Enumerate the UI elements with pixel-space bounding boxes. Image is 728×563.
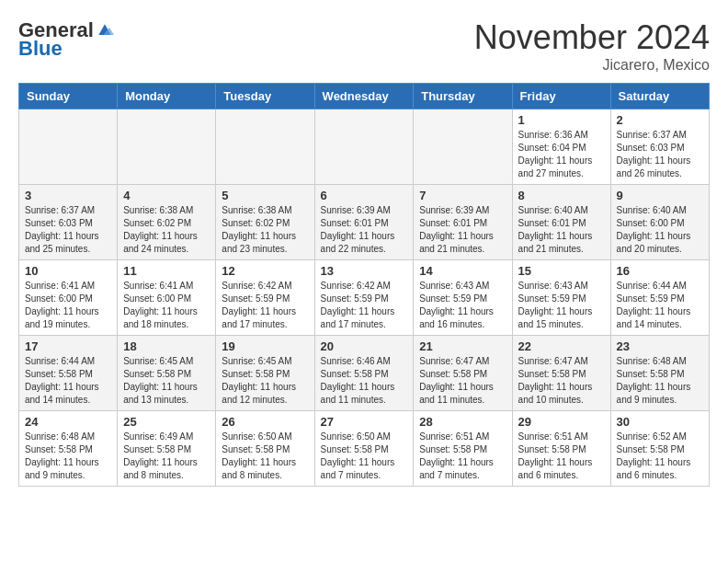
day-info: Sunrise: 6:47 AMSunset: 5:58 PMDaylight:… <box>419 355 506 407</box>
table-cell: 5Sunrise: 6:38 AMSunset: 6:02 PMDaylight… <box>216 185 314 260</box>
calendar-week-1: 1Sunrise: 6:36 AMSunset: 6:04 PMDaylight… <box>19 109 710 185</box>
day-number: 13 <box>321 264 408 278</box>
day-info: Sunrise: 6:49 AMSunset: 5:58 PMDaylight:… <box>123 431 210 482</box>
day-info: Sunrise: 6:47 AMSunset: 5:58 PMDaylight:… <box>518 355 605 407</box>
day-number: 28 <box>419 415 506 429</box>
day-number: 1 <box>518 113 605 127</box>
table-cell: 23Sunrise: 6:48 AMSunset: 5:58 PMDayligh… <box>610 336 709 411</box>
table-cell <box>118 109 216 185</box>
day-number: 12 <box>222 264 308 278</box>
day-number: 24 <box>25 415 111 429</box>
calendar-week-3: 10Sunrise: 6:41 AMSunset: 6:00 PMDayligh… <box>19 260 710 336</box>
calendar: Sunday Monday Tuesday Wednesday Thursday… <box>18 83 710 487</box>
day-info: Sunrise: 6:38 AMSunset: 6:02 PMDaylight:… <box>123 204 210 256</box>
table-cell <box>216 109 314 185</box>
day-info: Sunrise: 6:44 AMSunset: 5:58 PMDaylight:… <box>25 355 111 407</box>
table-cell: 8Sunrise: 6:40 AMSunset: 6:01 PMDaylight… <box>512 185 610 260</box>
table-cell: 18Sunrise: 6:45 AMSunset: 5:58 PMDayligh… <box>118 336 216 411</box>
table-cell: 3Sunrise: 6:37 AMSunset: 6:03 PMDaylight… <box>19 185 118 260</box>
day-number: 16 <box>617 264 703 278</box>
day-info: Sunrise: 6:48 AMSunset: 5:58 PMDaylight:… <box>617 355 703 407</box>
table-cell: 12Sunrise: 6:42 AMSunset: 5:59 PMDayligh… <box>216 260 314 336</box>
day-number: 2 <box>617 113 703 127</box>
day-info: Sunrise: 6:37 AMSunset: 6:03 PMDaylight:… <box>617 129 703 180</box>
day-info: Sunrise: 6:42 AMSunset: 5:59 PMDaylight:… <box>321 280 408 331</box>
table-cell: 19Sunrise: 6:45 AMSunset: 5:58 PMDayligh… <box>216 336 314 411</box>
day-number: 25 <box>123 415 210 429</box>
day-number: 23 <box>617 339 703 353</box>
day-number: 5 <box>222 189 308 202</box>
col-tuesday: Tuesday <box>216 84 314 109</box>
calendar-week-2: 3Sunrise: 6:37 AMSunset: 6:03 PMDaylight… <box>19 185 710 260</box>
day-info: Sunrise: 6:37 AMSunset: 6:03 PMDaylight:… <box>25 204 111 256</box>
day-number: 21 <box>419 339 506 353</box>
col-sunday: Sunday <box>19 84 118 109</box>
calendar-week-5: 24Sunrise: 6:48 AMSunset: 5:58 PMDayligh… <box>19 411 710 487</box>
day-number: 3 <box>25 189 111 202</box>
day-number: 10 <box>25 264 111 278</box>
day-number: 7 <box>419 189 506 202</box>
col-wednesday: Wednesday <box>314 84 414 109</box>
day-info: Sunrise: 6:45 AMSunset: 5:58 PMDaylight:… <box>222 355 308 407</box>
table-cell: 17Sunrise: 6:44 AMSunset: 5:58 PMDayligh… <box>19 336 118 411</box>
day-number: 18 <box>123 339 210 353</box>
table-cell: 28Sunrise: 6:51 AMSunset: 5:58 PMDayligh… <box>414 411 512 487</box>
table-cell: 13Sunrise: 6:42 AMSunset: 5:59 PMDayligh… <box>314 260 414 336</box>
table-cell: 11Sunrise: 6:41 AMSunset: 6:00 PMDayligh… <box>118 260 216 336</box>
title-section: November 2024 Jicarero, Mexico <box>474 18 710 74</box>
col-saturday: Saturday <box>610 84 709 109</box>
day-info: Sunrise: 6:51 AMSunset: 5:58 PMDaylight:… <box>518 431 605 482</box>
table-cell: 16Sunrise: 6:44 AMSunset: 5:59 PMDayligh… <box>610 260 709 336</box>
day-info: Sunrise: 6:38 AMSunset: 6:02 PMDaylight:… <box>222 204 308 256</box>
day-info: Sunrise: 6:52 AMSunset: 5:58 PMDaylight:… <box>617 431 703 482</box>
day-info: Sunrise: 6:46 AMSunset: 5:58 PMDaylight:… <box>321 355 408 407</box>
day-number: 4 <box>123 189 210 202</box>
day-info: Sunrise: 6:40 AMSunset: 6:00 PMDaylight:… <box>617 204 703 256</box>
day-number: 26 <box>222 415 308 429</box>
location: Jicarero, Mexico <box>474 57 710 74</box>
table-cell: 30Sunrise: 6:52 AMSunset: 5:58 PMDayligh… <box>610 411 709 487</box>
col-friday: Friday <box>512 84 610 109</box>
calendar-week-4: 17Sunrise: 6:44 AMSunset: 5:58 PMDayligh… <box>19 336 710 411</box>
day-number: 19 <box>222 339 308 353</box>
day-info: Sunrise: 6:44 AMSunset: 5:59 PMDaylight:… <box>617 280 703 331</box>
table-cell: 26Sunrise: 6:50 AMSunset: 5:58 PMDayligh… <box>216 411 314 487</box>
day-number: 15 <box>518 264 605 278</box>
table-cell: 29Sunrise: 6:51 AMSunset: 5:58 PMDayligh… <box>512 411 610 487</box>
table-cell: 25Sunrise: 6:49 AMSunset: 5:58 PMDayligh… <box>118 411 216 487</box>
day-number: 22 <box>518 339 605 353</box>
table-cell <box>19 109 118 185</box>
table-cell <box>314 109 414 185</box>
table-cell: 7Sunrise: 6:39 AMSunset: 6:01 PMDaylight… <box>414 185 512 260</box>
day-info: Sunrise: 6:41 AMSunset: 6:00 PMDaylight:… <box>123 280 210 331</box>
page-header: General Blue November 2024 Jicarero, Mex… <box>18 18 710 74</box>
day-info: Sunrise: 6:43 AMSunset: 5:59 PMDaylight:… <box>419 280 506 331</box>
table-cell: 9Sunrise: 6:40 AMSunset: 6:00 PMDaylight… <box>610 185 709 260</box>
logo: General Blue <box>18 18 114 61</box>
day-info: Sunrise: 6:39 AMSunset: 6:01 PMDaylight:… <box>321 204 408 256</box>
col-monday: Monday <box>118 84 216 109</box>
calendar-header-row: Sunday Monday Tuesday Wednesday Thursday… <box>19 84 710 109</box>
logo-icon <box>96 21 114 40</box>
table-cell: 2Sunrise: 6:37 AMSunset: 6:03 PMDaylight… <box>610 109 709 185</box>
table-cell: 1Sunrise: 6:36 AMSunset: 6:04 PMDaylight… <box>512 109 610 185</box>
col-thursday: Thursday <box>414 84 512 109</box>
day-number: 9 <box>617 189 703 202</box>
table-cell: 21Sunrise: 6:47 AMSunset: 5:58 PMDayligh… <box>414 336 512 411</box>
day-number: 29 <box>518 415 605 429</box>
table-cell: 20Sunrise: 6:46 AMSunset: 5:58 PMDayligh… <box>314 336 414 411</box>
month-title: November 2024 <box>474 18 710 57</box>
day-info: Sunrise: 6:36 AMSunset: 6:04 PMDaylight:… <box>518 129 605 180</box>
day-number: 27 <box>321 415 408 429</box>
day-info: Sunrise: 6:48 AMSunset: 5:58 PMDaylight:… <box>25 431 111 482</box>
logo-blue: Blue <box>18 37 63 61</box>
day-info: Sunrise: 6:41 AMSunset: 6:00 PMDaylight:… <box>25 280 111 331</box>
table-cell: 15Sunrise: 6:43 AMSunset: 5:59 PMDayligh… <box>512 260 610 336</box>
day-info: Sunrise: 6:51 AMSunset: 5:58 PMDaylight:… <box>419 431 506 482</box>
day-number: 6 <box>321 189 408 202</box>
day-info: Sunrise: 6:40 AMSunset: 6:01 PMDaylight:… <box>518 204 605 256</box>
day-number: 20 <box>321 339 408 353</box>
day-info: Sunrise: 6:50 AMSunset: 5:58 PMDaylight:… <box>321 431 408 482</box>
table-cell: 14Sunrise: 6:43 AMSunset: 5:59 PMDayligh… <box>414 260 512 336</box>
day-number: 14 <box>419 264 506 278</box>
